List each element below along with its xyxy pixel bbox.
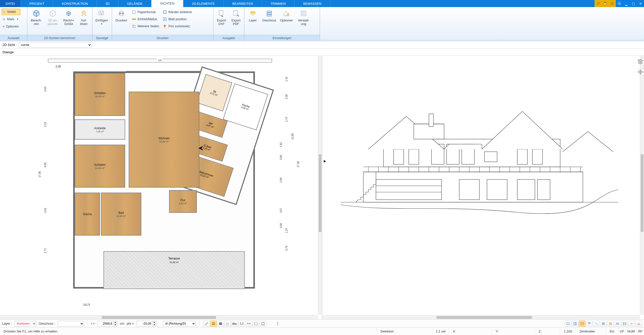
elevation-canvas[interactable]: ▶ [322,56,637,315]
layers-side-icon[interactable] [637,58,643,64]
optionen-ribbon-button[interactable]: Optionen [279,8,294,22]
tools-icon[interactable] [595,0,602,7]
floorplan-vscroll[interactable] [318,56,322,315]
snap-3-button[interactable] [579,321,585,327]
layer-select[interactable]: Konturen [15,321,36,326]
cube-outline-icon [48,9,58,18]
ribbon-filler [320,7,644,41]
l-spin-down[interactable]: ▼ [114,324,117,326]
tab-3d[interactable]: 3D [97,0,119,7]
svg-rect-94 [609,323,611,325]
snap-1-button[interactable] [565,321,571,327]
tab-projekt[interactable]: PROJEKT [21,0,53,7]
snap-8-button[interactable] [614,321,621,327]
einheit-button[interactable]: Einheit/Maßst. [131,16,160,23]
svg-rect-25 [234,11,237,15]
move-side-icon[interactable] [637,69,643,75]
einfuegen-button[interactable]: Einfügen ▼ [94,8,110,25]
phi-input[interactable] [137,321,153,326]
line-thick-button[interactable] [217,321,224,327]
elevation-origin-arrow: ▶ [324,159,327,163]
ribbon-group-drucken: Drucken Papierformat Einheit/Maßst. Mehr… [112,7,213,41]
window-restore-icon[interactable]: ▢ [630,0,637,7]
layer-button[interactable]: Layer [246,8,260,22]
snap-6-button[interactable] [600,321,607,327]
geschoss-button[interactable]: Geschoss [261,8,277,22]
text-button[interactable]: Abc [231,321,238,327]
raender-button[interactable]: Ränder einblend. [162,9,193,16]
selekt-button[interactable]: Selekt [2,9,20,15]
arrow-dim-button[interactable] [246,321,252,327]
help-icon[interactable]: ? [616,0,623,7]
geschoss-field-label: Geschoss : [39,322,55,325]
snap-7-button[interactable] [607,321,614,327]
mehrere-seiten-button[interactable]: Mehrere Seiten [131,23,160,30]
optionen-button[interactable]: + Optionen [2,23,20,30]
geschoss-select[interactable] [58,321,84,326]
dimension-button[interactable]: 1,2 [238,321,245,327]
tab-konstruktion[interactable]: KONSTRUKTION [53,0,97,7]
tab-gelaende[interactable]: GELÄNDE [118,0,151,7]
pos-reset-button[interactable]: Pos zurücksetz. [162,23,193,30]
window-minimize-icon[interactable]: ▁ [623,0,630,7]
snap-4-button[interactable] [586,321,593,327]
snap-9-button[interactable] [621,321,628,327]
text-cursor-icon[interactable]: ⌶ [276,321,279,327]
group-label-ausgabe: Ausgabe [213,35,244,41]
snap-11-button[interactable] [635,321,642,327]
svg-point-10 [102,12,103,13]
room-flur: Flur4,03 m² [169,190,197,213]
l-spinner[interactable]: ▲▼ [97,321,117,326]
pane-floorplan[interactable]: cm 3,63 2,10 4,55 2,52 2,71 17,96 1,42 2… [0,56,322,319]
svg-rect-24 [219,11,223,15]
verwaltung-button[interactable]: Verwalt- ung [296,8,311,26]
svg-rect-90 [588,323,591,323]
save-icon[interactable] [602,0,609,7]
grid-icon[interactable] [609,0,616,7]
elevation-hscroll[interactable] [322,315,640,319]
pane-elevation[interactable]: ▶ [322,56,644,319]
hatch-diag-button[interactable] [203,321,210,327]
status-uf: UF [618,328,626,335]
blatt-position-button[interactable]: Blatt position. [162,16,193,23]
phi-spin-up[interactable]: ▲ [153,321,156,324]
tab-bearbeiten[interactable]: BEARBEITEN [224,0,262,7]
l-input[interactable] [97,321,114,326]
snap-5-button[interactable] [593,321,600,327]
snap-2-button[interactable] [572,321,578,327]
floorplan-hscroll[interactable] [0,315,318,319]
tab-trimmen[interactable]: TRIMMEN [262,0,295,7]
square-button[interactable] [260,321,266,327]
phi-spinner[interactable]: ▲▼ [137,321,156,326]
l-spin-up[interactable]: ▲ [114,321,117,324]
phi-spin-down[interactable]: ▼ [153,324,156,326]
view-selector[interactable]: vorne [19,42,92,48]
tab-2d-elemente[interactable]: 2D-ELEMENTE [183,0,224,7]
svg-line-91 [595,322,598,325]
list-icon [299,9,309,18]
elevation-vscroll[interactable] [640,56,644,315]
tab-datei[interactable]: DATEI [0,0,21,7]
floorplan-canvas[interactable]: cm 3,63 2,10 4,55 2,52 2,71 17,96 1,42 2… [0,56,317,315]
rechn-groesse-button[interactable]: Rechn+ Größe [62,8,75,26]
line-solid-button[interactable] [210,321,217,327]
svg-rect-1 [604,2,606,3]
tab-sichten[interactable]: SICHTEN [151,0,183,7]
tab-bemassen[interactable]: BEMASSEN [294,0,330,7]
mark-button[interactable]: Mark. ▼ [2,16,20,22]
anpassen-button[interactable]: 3D an- passen [45,8,61,26]
verwaltung-label: Verwalt- ung [298,19,309,26]
einheit-label: Einheit/Maßst. [138,17,158,21]
aufloesen-button[interactable]: Auf- lösen [77,8,91,26]
export-pdf-button[interactable]: Export PDF [230,8,243,26]
line-dash-button[interactable] [224,321,231,327]
export-dxf-button[interactable]: Export DXF [215,8,228,26]
page-frame-button[interactable] [253,321,259,327]
dl-select[interactable]: dl (Richtung/Di [163,321,196,326]
papierformat-button[interactable]: Papierformat [131,9,160,16]
berechnen-button[interactable]: Berech- nen [29,8,44,26]
drucken-button[interactable]: Drucken [114,8,129,22]
snap-10-button[interactable] [628,321,635,327]
window-close-icon[interactable]: ✕ [637,0,644,7]
optionen-label: Optionen [6,25,19,28]
